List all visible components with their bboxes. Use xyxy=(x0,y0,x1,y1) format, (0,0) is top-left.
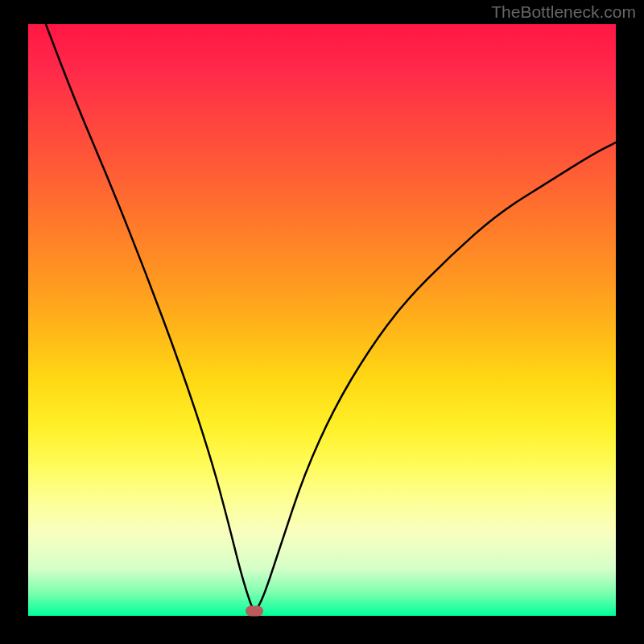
optimum-marker xyxy=(246,606,263,617)
watermark-text: TheBottleneck.com xyxy=(491,2,636,22)
bottleneck-curve xyxy=(28,24,616,616)
chart-plot-area xyxy=(28,24,616,616)
